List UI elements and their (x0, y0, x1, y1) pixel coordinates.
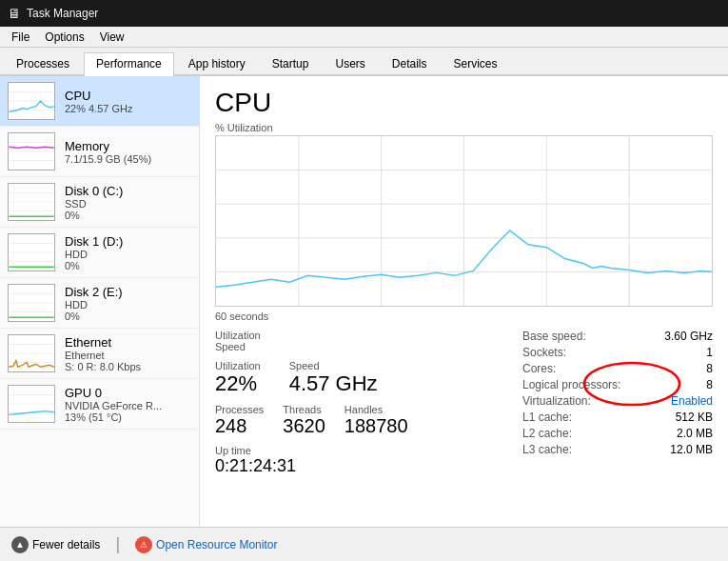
handles-block: Handles 188780 (344, 404, 408, 437)
tab-startup[interactable]: Startup (260, 52, 322, 74)
cores-row: Cores: 8 (522, 362, 713, 375)
fewer-details-button[interactable]: ▲ Fewer details (11, 536, 100, 553)
gpu0-title: GPU 0 (65, 386, 191, 400)
disk2-sub2: 0% (65, 311, 191, 322)
cpu-info-panel: Base speed: 3.60 GHz Sockets: 1 Cores: 8… (522, 330, 713, 476)
l3-row: L3 cache: 12.0 MB (522, 443, 713, 456)
logical-key: Logical processors: (522, 378, 620, 391)
memory-info: Memory 7.1/15.9 GB (45%) (65, 139, 191, 165)
virtualization-row: Virtualization: Enabled (522, 394, 713, 408)
gpu0-info: GPU 0 NVIDIA GeForce R... 13% (51 °C) (65, 386, 191, 423)
disk2-thumbnail (8, 284, 55, 322)
speed-value: 4.57 GHz (289, 371, 378, 396)
processes-block: Processes 248 (215, 404, 264, 437)
speed-stat (314, 330, 405, 352)
utilization-label: Utilization (215, 330, 306, 341)
utilization-label2: Utilization (215, 360, 261, 371)
tab-users[interactable]: Users (323, 52, 377, 74)
threads-block: Threads 3620 (283, 404, 325, 437)
sidebar-item-cpu[interactable]: .thumb-cpu .chart-path{stroke:#4fc3f7;} … (0, 76, 199, 127)
tab-details[interactable]: Details (380, 52, 440, 74)
disk1-thumbnail (8, 233, 55, 271)
virtualization-key: Virtualization: (522, 394, 591, 408)
base-speed-val: 3.60 GHz (664, 330, 713, 343)
utilization-value: 22% (215, 371, 261, 396)
ethernet-thumbnail (8, 334, 55, 372)
tab-performance[interactable]: Performance (84, 52, 174, 76)
virtualization-val: Enabled (671, 394, 713, 408)
sockets-row: Sockets: 1 (522, 346, 713, 359)
cpu-title: CPU (65, 89, 191, 103)
speed-label: Speed (215, 341, 306, 352)
cpu-thumbnail: .thumb-cpu .chart-path{stroke:#4fc3f7;} (8, 82, 55, 120)
speed-label2: Speed (289, 360, 378, 371)
tab-processes[interactable]: Processes (4, 52, 82, 74)
l3-key: L3 cache: (522, 443, 572, 456)
fewer-details-label: Fewer details (32, 538, 100, 551)
handles-label: Handles (344, 404, 408, 415)
memory-sub: 7.1/15.9 GB (45%) (65, 153, 191, 165)
base-speed-row: Base speed: 3.60 GHz (522, 330, 713, 343)
app-icon: 🖥 (8, 6, 21, 21)
cores-val: 8 (706, 362, 713, 375)
ethernet-sub1: Ethernet (65, 350, 191, 361)
disk1-sub2: 0% (65, 260, 191, 271)
sidebar-item-gpu0[interactable]: GPU 0 NVIDIA GeForce R... 13% (51 °C) (0, 379, 199, 430)
disk2-title: Disk 2 (E:) (65, 285, 191, 299)
tab-app-history[interactable]: App history (176, 52, 258, 74)
disk0-sub2: 0% (65, 210, 191, 221)
sidebar-item-disk0[interactable]: Disk 0 (C:) SSD 0% (0, 177, 199, 228)
uptime-value: 0:21:24:31 (215, 456, 503, 476)
resource-monitor-label: Open Resource Monitor (156, 538, 277, 551)
gpu0-sub1: NVIDIA GeForce R... (65, 400, 191, 411)
l3-val: 12.0 MB (670, 443, 713, 456)
memory-thumbnail (8, 132, 55, 170)
l2-row: L2 cache: 2.0 MB (522, 427, 713, 440)
base-speed-key: Base speed: (522, 330, 586, 343)
utilization-value-block: Utilization 22% (215, 360, 261, 396)
cpu-sub: 22% 4.57 GHz (65, 103, 191, 114)
menu-view[interactable]: View (92, 29, 132, 46)
main-content: .thumb-cpu .chart-path{stroke:#4fc3f7;} … (0, 76, 728, 527)
tab-services[interactable]: Services (442, 52, 510, 74)
ethernet-sub2: S: 0 R: 8.0 Kbps (65, 361, 191, 372)
fewer-details-icon: ▲ (11, 536, 29, 553)
threads-label: Threads (283, 404, 325, 415)
logical-row: Logical processors: 8 (522, 378, 713, 391)
disk1-title: Disk 1 (D:) (65, 234, 191, 249)
stats-grid: Utilization Speed (215, 330, 503, 352)
logical-val: 8 (706, 378, 713, 391)
ethernet-title: Ethernet (65, 335, 191, 350)
sidebar-item-disk1[interactable]: Disk 1 (D:) HDD 0% (0, 228, 199, 278)
l1-val: 512 KB (676, 411, 713, 424)
disk0-sub1: SSD (65, 198, 191, 210)
l2-val: 2.0 MB (677, 427, 713, 440)
open-resource-monitor-button[interactable]: ⚠ Open Resource Monitor (135, 536, 277, 553)
disk0-thumbnail (8, 183, 55, 221)
chart-label: % Utilization (215, 122, 713, 133)
chart-time: 60 seconds (215, 311, 713, 322)
threads-value: 3620 (283, 415, 325, 437)
disk1-info: Disk 1 (D:) HDD 0% (65, 234, 191, 271)
processes-value: 248 (215, 415, 264, 437)
cpu-chart (215, 135, 713, 307)
uptime-label: Up time (215, 445, 503, 456)
memory-title: Memory (65, 139, 191, 153)
disk2-sub1: HDD (65, 299, 191, 311)
disk2-info: Disk 2 (E:) HDD 0% (65, 285, 191, 322)
menu-file[interactable]: File (4, 29, 37, 46)
speed-value-block: Speed 4.57 GHz (289, 360, 378, 396)
cores-key: Cores: (522, 362, 556, 375)
bottom-bar: ▲ Fewer details | ⚠ Open Resource Monito… (0, 527, 728, 561)
title-bar-text: Task Manager (27, 7, 98, 20)
processes-label: Processes (215, 404, 264, 415)
sockets-val: 1 (706, 346, 713, 359)
disk1-sub1: HDD (65, 249, 191, 260)
sidebar-item-ethernet[interactable]: Ethernet Ethernet S: 0 R: 8.0 Kbps (0, 329, 199, 379)
sidebar-item-disk2[interactable]: Disk 2 (E:) HDD 0% (0, 278, 199, 329)
tab-bar: Processes Performance App history Startu… (0, 48, 728, 76)
cpu-info: CPU 22% 4.57 GHz (65, 89, 191, 114)
sidebar-item-memory[interactable]: Memory 7.1/15.9 GB (45%) (0, 127, 199, 177)
panel-title: CPU (215, 88, 713, 118)
menu-options[interactable]: Options (37, 29, 91, 46)
